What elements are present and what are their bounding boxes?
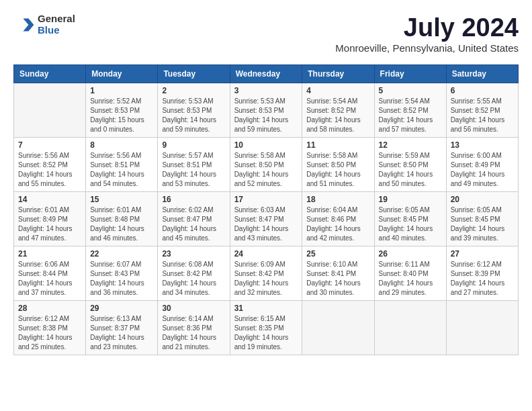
day-info: Sunrise: 6:15 AMSunset: 8:35 PMDaylight:… [234,314,298,352]
calendar-cell: 31Sunrise: 6:15 AMSunset: 8:35 PMDayligh… [230,301,302,355]
day-number: 28 [18,304,81,313]
calendar-cell: 4Sunrise: 5:54 AMSunset: 8:52 PMDaylight… [302,83,374,138]
logo: General Blue [13,13,75,36]
col-monday: Monday [86,65,158,83]
day-info: Sunrise: 6:14 AMSunset: 8:36 PMDaylight:… [162,314,225,352]
day-info: Sunrise: 5:55 AMSunset: 8:52 PMDaylight:… [451,97,514,134]
day-info: Sunrise: 5:52 AMSunset: 8:53 PMDaylight:… [90,97,153,134]
calendar-cell: 22Sunrise: 6:07 AMSunset: 8:43 PMDayligh… [86,246,158,301]
page-header: General Blue July 2024 Monroeville, Penn… [13,13,519,54]
day-info: Sunrise: 6:02 AMSunset: 8:47 PMDaylight:… [162,205,225,243]
calendar-cell: 11Sunrise: 5:58 AMSunset: 8:50 PMDayligh… [302,138,374,192]
day-info: Sunrise: 6:05 AMSunset: 8:45 PMDaylight:… [379,205,442,243]
logo-icon [13,14,35,36]
day-number: 4 [306,86,369,95]
calendar-cell: 2Sunrise: 5:53 AMSunset: 8:53 PMDaylight… [158,83,230,138]
calendar-cell: 7Sunrise: 5:56 AMSunset: 8:52 PMDaylight… [14,138,86,192]
calendar-cell [14,83,86,138]
day-info: Sunrise: 5:58 AMSunset: 8:50 PMDaylight:… [306,151,369,189]
col-thursday: Thursday [302,65,374,83]
day-number: 1 [90,86,153,95]
day-number: 12 [379,140,442,150]
calendar-cell: 15Sunrise: 6:01 AMSunset: 8:48 PMDayligh… [86,192,158,246]
day-number: 27 [451,249,514,259]
calendar-cell: 10Sunrise: 5:58 AMSunset: 8:50 PMDayligh… [230,138,302,192]
calendar-cell: 27Sunrise: 6:12 AMSunset: 8:39 PMDayligh… [446,246,518,301]
day-info: Sunrise: 6:09 AMSunset: 8:42 PMDaylight:… [234,260,298,298]
day-number: 20 [451,195,514,204]
calendar-cell: 8Sunrise: 5:56 AMSunset: 8:51 PMDaylight… [86,138,158,192]
day-info: Sunrise: 6:03 AMSunset: 8:47 PMDaylight:… [234,205,298,243]
day-info: Sunrise: 5:56 AMSunset: 8:51 PMDaylight:… [90,151,153,189]
day-info: Sunrise: 6:07 AMSunset: 8:43 PMDaylight:… [90,260,153,298]
day-info: Sunrise: 5:53 AMSunset: 8:53 PMDaylight:… [234,97,298,134]
day-number: 5 [379,86,442,95]
calendar-cell [374,301,446,355]
day-number: 3 [234,86,298,95]
month-title: July 2024 [335,13,519,42]
day-info: Sunrise: 6:12 AMSunset: 8:38 PMDaylight:… [18,314,81,352]
calendar-cell: 13Sunrise: 6:00 AMSunset: 8:49 PMDayligh… [446,138,518,192]
calendar-cell: 6Sunrise: 5:55 AMSunset: 8:52 PMDaylight… [446,83,518,138]
day-number: 13 [451,140,514,150]
logo-text: General Blue [38,13,75,36]
day-info: Sunrise: 6:04 AMSunset: 8:46 PMDaylight:… [306,205,369,243]
calendar-table: Sunday Monday Tuesday Wednesday Thursday… [13,64,519,355]
day-info: Sunrise: 5:54 AMSunset: 8:52 PMDaylight:… [306,97,369,134]
day-info: Sunrise: 5:58 AMSunset: 8:50 PMDaylight:… [234,151,298,189]
day-info: Sunrise: 6:08 AMSunset: 8:42 PMDaylight:… [162,260,225,298]
day-info: Sunrise: 6:10 AMSunset: 8:41 PMDaylight:… [306,260,369,298]
calendar-cell: 19Sunrise: 6:05 AMSunset: 8:45 PMDayligh… [374,192,446,246]
day-info: Sunrise: 6:13 AMSunset: 8:37 PMDaylight:… [90,314,153,352]
calendar-cell: 5Sunrise: 5:54 AMSunset: 8:52 PMDaylight… [374,83,446,138]
calendar-cell: 29Sunrise: 6:13 AMSunset: 8:37 PMDayligh… [86,301,158,355]
col-sunday: Sunday [14,65,86,83]
calendar-cell: 17Sunrise: 6:03 AMSunset: 8:47 PMDayligh… [230,192,302,246]
calendar-cell: 28Sunrise: 6:12 AMSunset: 8:38 PMDayligh… [14,301,86,355]
calendar-cell: 12Sunrise: 5:59 AMSunset: 8:50 PMDayligh… [374,138,446,192]
day-number: 31 [234,304,298,313]
day-number: 18 [306,195,369,204]
day-info: Sunrise: 6:11 AMSunset: 8:40 PMDaylight:… [379,260,442,298]
calendar-cell: 14Sunrise: 6:01 AMSunset: 8:49 PMDayligh… [14,192,86,246]
day-number: 7 [18,140,81,150]
col-wednesday: Wednesday [230,65,302,83]
calendar-cell: 24Sunrise: 6:09 AMSunset: 8:42 PMDayligh… [230,246,302,301]
calendar-cell: 20Sunrise: 6:05 AMSunset: 8:45 PMDayligh… [446,192,518,246]
calendar-cell: 9Sunrise: 5:57 AMSunset: 8:51 PMDaylight… [158,138,230,192]
title-section: July 2024 Monroeville, Pennsylvania, Uni… [335,13,519,54]
day-number: 11 [306,140,369,150]
calendar-week-row: 21Sunrise: 6:06 AMSunset: 8:44 PMDayligh… [14,246,519,301]
day-number: 30 [162,304,225,313]
day-number: 16 [162,195,225,204]
day-number: 22 [90,249,153,259]
calendar-cell: 16Sunrise: 6:02 AMSunset: 8:47 PMDayligh… [158,192,230,246]
day-info: Sunrise: 5:57 AMSunset: 8:51 PMDaylight:… [162,151,225,189]
calendar-cell: 25Sunrise: 6:10 AMSunset: 8:41 PMDayligh… [302,246,374,301]
day-number: 23 [162,249,225,259]
calendar-cell: 23Sunrise: 6:08 AMSunset: 8:42 PMDayligh… [158,246,230,301]
logo-general-text: General [38,13,75,25]
day-number: 19 [379,195,442,204]
svg-marker-0 [23,18,34,31]
day-info: Sunrise: 5:54 AMSunset: 8:52 PMDaylight:… [379,97,442,134]
calendar-cell: 3Sunrise: 5:53 AMSunset: 8:53 PMDaylight… [230,83,302,138]
day-number: 9 [162,140,225,150]
calendar-cell: 30Sunrise: 6:14 AMSunset: 8:36 PMDayligh… [158,301,230,355]
calendar-cell: 26Sunrise: 6:11 AMSunset: 8:40 PMDayligh… [374,246,446,301]
day-number: 14 [18,195,81,204]
day-info: Sunrise: 5:59 AMSunset: 8:50 PMDaylight:… [379,151,442,189]
day-info: Sunrise: 6:01 AMSunset: 8:49 PMDaylight:… [18,205,81,243]
col-tuesday: Tuesday [158,65,230,83]
calendar-cell: 1Sunrise: 5:52 AMSunset: 8:53 PMDaylight… [86,83,158,138]
logo-blue-text: Blue [38,25,75,36]
day-number: 21 [18,249,81,259]
calendar-header: Sunday Monday Tuesday Wednesday Thursday… [14,65,519,83]
day-info: Sunrise: 6:05 AMSunset: 8:45 PMDaylight:… [451,205,514,243]
day-number: 10 [234,140,298,150]
calendar-week-row: 14Sunrise: 6:01 AMSunset: 8:49 PMDayligh… [14,192,519,246]
col-saturday: Saturday [446,65,518,83]
day-number: 25 [306,249,369,259]
day-number: 15 [90,195,153,204]
day-info: Sunrise: 5:56 AMSunset: 8:52 PMDaylight:… [18,151,81,189]
